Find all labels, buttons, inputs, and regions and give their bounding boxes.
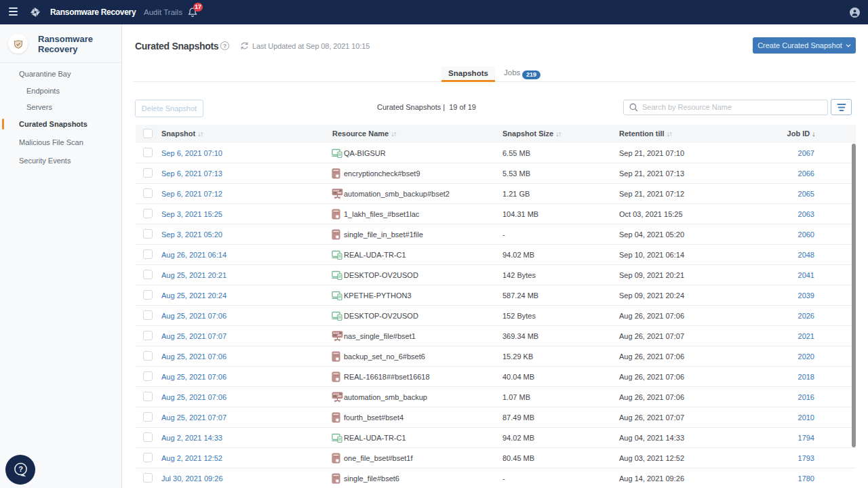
svg-text:?: ?	[18, 465, 23, 473]
